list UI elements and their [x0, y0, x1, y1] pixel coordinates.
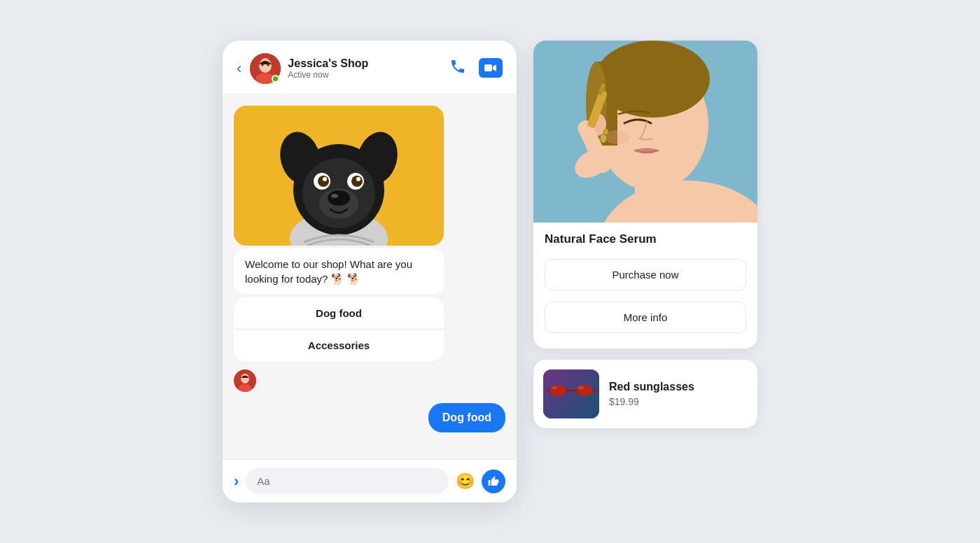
sunglasses-price: $19.99	[609, 396, 748, 407]
dog-image-bubble	[234, 106, 444, 246]
chat-input-bar: › 😊	[223, 459, 517, 502]
user-avatar-small	[234, 369, 256, 392]
emoji-button[interactable]: 😊	[456, 472, 475, 491]
active-status: Active now	[288, 70, 442, 80]
serum-image	[533, 41, 757, 223]
svg-rect-43	[577, 385, 592, 396]
svg-point-19	[351, 176, 363, 187]
main-container: ‹ Jessica's Shop Acti	[223, 41, 757, 502]
more-info-button[interactable]: More info	[545, 302, 746, 333]
chat-body: Welcome to our shop! What are you lookin…	[223, 94, 517, 459]
quick-replies: Dog food Accessories	[234, 297, 444, 361]
svg-point-5	[267, 64, 270, 66]
serum-product-actions: Purchase now More info	[533, 259, 757, 348]
svg-rect-6	[484, 64, 492, 71]
serum-product-info: Natural Face Serum	[533, 223, 757, 259]
right-panel: Natural Face Serum Purchase now More inf…	[533, 41, 757, 428]
svg-point-18	[318, 176, 329, 187]
user-message-bubble: Dog food	[428, 403, 505, 432]
sunglasses-info: Red sunglasses $19.99	[609, 381, 748, 407]
shop-name: Jessica's Shop	[288, 57, 442, 70]
svg-point-33	[605, 130, 630, 144]
header-info: Jessica's Shop Active now	[288, 57, 442, 80]
sunglasses-thumbnail	[543, 369, 599, 418]
quick-reply-dog-food[interactable]: Dog food	[234, 297, 444, 330]
sunglasses-name: Red sunglasses	[609, 381, 748, 393]
header-action-icons	[449, 58, 503, 79]
thumbs-up-button[interactable]	[482, 470, 505, 493]
svg-point-20	[323, 177, 327, 181]
phone-chat-card: ‹ Jessica's Shop Acti	[223, 41, 517, 502]
svg-point-38	[603, 129, 608, 134]
svg-point-47	[552, 386, 557, 389]
svg-point-21	[356, 177, 360, 181]
user-avatar-row	[234, 369, 505, 392]
online-indicator	[272, 75, 279, 83]
purchase-now-button[interactable]: Purchase now	[545, 259, 746, 290]
svg-point-4	[262, 64, 264, 66]
svg-point-48	[578, 386, 584, 389]
svg-point-39	[601, 134, 606, 143]
product-card-serum: Natural Face Serum Purchase now More inf…	[533, 41, 757, 348]
product-card-sunglasses: Red sunglasses $19.99	[533, 360, 757, 428]
dog-image-placeholder	[234, 106, 444, 246]
user-message-row: Dog food	[234, 400, 505, 435]
svg-rect-42	[550, 385, 566, 396]
sunglasses-image	[543, 369, 599, 418]
shop-avatar-wrapper	[250, 53, 281, 84]
svg-point-15	[331, 194, 338, 198]
chat-header: ‹ Jessica's Shop Acti	[223, 41, 517, 94]
back-button[interactable]: ‹	[237, 59, 241, 78]
bot-message-group: Welcome to our shop! What are you lookin…	[234, 106, 505, 361]
video-icon[interactable]	[479, 58, 503, 78]
svg-point-14	[328, 190, 350, 206]
message-input[interactable]	[246, 468, 449, 494]
quick-reply-accessories[interactable]: Accessories	[234, 330, 444, 361]
phone-icon[interactable]	[449, 58, 466, 79]
expand-button[interactable]: ›	[234, 472, 239, 491]
svg-point-23	[241, 374, 249, 383]
serum-product-name: Natural Face Serum	[545, 232, 746, 246]
welcome-message: Welcome to our shop! What are you lookin…	[234, 248, 444, 295]
